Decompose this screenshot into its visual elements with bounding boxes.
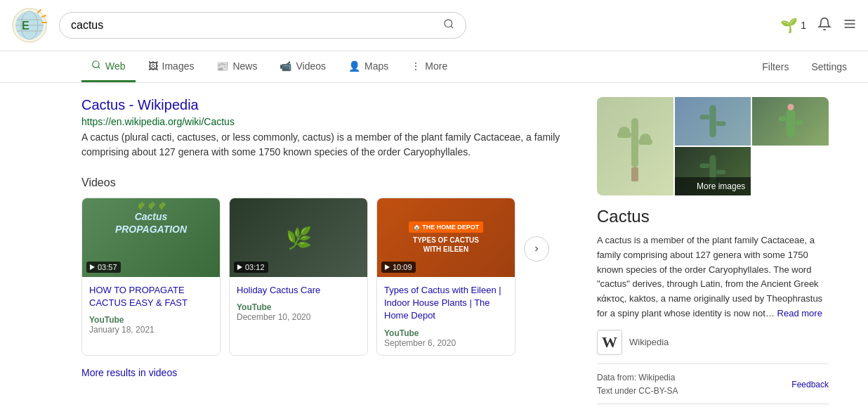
svg-rect-25 (716, 122, 726, 126)
video-duration-2: 03:12 (234, 262, 268, 273)
menu-icon[interactable] (843, 17, 857, 34)
tab-more[interactable]: ⋮ More (401, 52, 457, 82)
more-images-label: More images (697, 181, 745, 191)
videos-section-label: Videos (81, 176, 580, 189)
result-snippet: A cactus (plural cacti, cactuses, or les… (81, 130, 580, 160)
wikipedia-logo: W (597, 330, 622, 355)
video-title-2: Holiday Cactus Care (237, 284, 360, 297)
tab-settings[interactable]: Settings (801, 53, 857, 81)
knowledge-title: Cactus (597, 207, 829, 226)
video-duration-3: 10:09 (381, 262, 416, 273)
cactus-images-grid[interactable]: More images (597, 97, 829, 195)
search-input[interactable] (71, 19, 438, 32)
left-panel: Cactus - Wikipedia https://en.wikipedia.… (81, 97, 580, 412)
tab-images-label: Images (162, 60, 195, 72)
nav-right: Filters Settings (752, 53, 857, 81)
tab-filters-label: Filters (762, 61, 789, 72)
more-videos-link[interactable]: More results in videos (81, 367, 580, 378)
svg-text:E: E (22, 20, 29, 32)
video-info-3: Types of Cactus with Eileen | Indoor Hou… (377, 277, 515, 355)
video-info-2: Holiday Cactus Care YouTube December 10,… (230, 277, 367, 329)
tab-web[interactable]: Web (81, 51, 136, 82)
result-url[interactable]: https://en.wikipedia.org/wiki/Cactus (81, 116, 580, 127)
video-title-3: Types of Cactus with Eileen | Indoor Hou… (384, 284, 508, 323)
wiki-label: Wikipedia (629, 337, 669, 347)
wiki-source: W Wikipedia (597, 330, 829, 355)
videos-row: 🌵 🌵 🌵 CactusPROPAGATION 03:57 HOW TO PRO… (81, 198, 515, 356)
tab-news[interactable]: 📰 News (206, 52, 267, 82)
video-source-1: YouTube (89, 315, 213, 325)
tab-settings-label: Settings (811, 61, 847, 72)
images-icon: 🖼 (148, 60, 158, 72)
cactus-image-2 (675, 97, 751, 146)
cactus-image-4: More images (675, 147, 751, 195)
svg-point-29 (787, 104, 794, 110)
search-button[interactable] (443, 18, 454, 32)
tab-images[interactable]: 🖼 Images (138, 52, 204, 82)
svg-rect-20 (631, 167, 638, 181)
video-title-1: HOW TO PROPAGATE CACTUS EASY & FAST (89, 284, 213, 309)
video-card-1[interactable]: 🌵 🌵 🌵 CactusPROPAGATION 03:57 HOW TO PRO… (81, 198, 221, 356)
maps-icon: 👤 (348, 60, 360, 72)
video-thumb-3: 🏠 THE HOME DEPOT TYPES OF CACTUSWITH EIL… (377, 198, 515, 277)
knowledge-text: A cactus is a member of the plant family… (597, 233, 829, 321)
data-source: Data from: Wikipedia Text under CC-BY-SA (597, 371, 678, 398)
videos-icon: 📹 (280, 60, 291, 72)
svg-rect-28 (795, 120, 803, 125)
video-date-3: September 6, 2020 (384, 338, 508, 348)
search-result: Cactus - Wikipedia https://en.wikipedia.… (81, 97, 580, 160)
right-panel: More images Cactus A cactus is a member … (597, 97, 829, 412)
svg-rect-23 (709, 105, 716, 138)
tab-web-label: Web (105, 60, 126, 72)
tab-videos-label: Videos (296, 60, 326, 72)
svg-rect-32 (716, 170, 726, 174)
video-duration-1: 03:57 (86, 262, 121, 273)
video-date-1: January 18, 2021 (89, 325, 213, 335)
video-source-3: YouTube (384, 328, 508, 338)
tab-maps[interactable]: 👤 Maps (338, 52, 398, 82)
tab-filters[interactable]: Filters (752, 53, 798, 81)
videos-next-button[interactable] (524, 236, 549, 262)
tab-more-label: More (425, 60, 447, 72)
tree-counter: 🌱 1 (780, 17, 806, 34)
svg-point-15 (93, 61, 99, 67)
tab-maps-label: Maps (364, 60, 388, 72)
video-card-2[interactable]: 🌿 03:12 Holiday Cactus Care YouTube Dece… (229, 198, 368, 356)
knowledge-card: Cactus A cactus is a member of the plant… (597, 207, 829, 398)
svg-line-11 (451, 26, 453, 28)
video-card-3[interactable]: 🏠 THE HOME DEPOT TYPES OF CACTUSWITH EIL… (376, 198, 515, 356)
news-icon: 📰 (216, 60, 228, 72)
result-title[interactable]: Cactus - Wikipedia (81, 97, 199, 112)
video-source-2: YouTube (237, 302, 360, 312)
tab-videos[interactable]: 📹 Videos (270, 52, 336, 82)
tab-news-label: News (232, 60, 257, 72)
notification-bell-icon[interactable] (817, 17, 831, 34)
video-thumb-1: 🌵 🌵 🌵 CactusPROPAGATION 03:57 (82, 198, 220, 277)
knowledge-footer: Data from: Wikipedia Text under CC-BY-SA… (597, 363, 829, 398)
header-right: 🌱 1 (780, 17, 857, 34)
svg-rect-26 (786, 108, 795, 137)
svg-line-16 (98, 67, 100, 69)
header: E 🌱 1 (0, 0, 868, 51)
video-date-2: December 10, 2020 (237, 312, 360, 322)
tree-count: 1 (801, 20, 806, 31)
more-images-overlay[interactable]: More images (675, 177, 751, 195)
read-more-link[interactable]: Read more (777, 308, 822, 318)
cactus-image-1 (597, 97, 673, 195)
video-thumb-2: 🌿 03:12 (230, 198, 367, 277)
nav-tabs: Web 🖼 Images 📰 News 📹 Videos 👤 Maps ⋮ Mo… (0, 51, 868, 83)
svg-rect-24 (700, 115, 710, 119)
svg-rect-17 (631, 118, 638, 167)
see-results: See results for (597, 404, 829, 412)
svg-point-22 (640, 134, 651, 145)
svg-point-10 (445, 20, 452, 27)
cactus-image-3 (752, 97, 829, 146)
more-icon: ⋮ (411, 60, 421, 72)
search-bar[interactable] (59, 12, 466, 39)
tree-icon: 🌱 (780, 17, 798, 34)
web-icon (91, 60, 101, 72)
ecosia-logo[interactable]: E (11, 7, 48, 44)
feedback-link[interactable]: Feedback (791, 380, 829, 390)
svg-rect-27 (778, 116, 786, 121)
main-content: Cactus - Wikipedia https://en.wikipedia.… (0, 83, 868, 412)
